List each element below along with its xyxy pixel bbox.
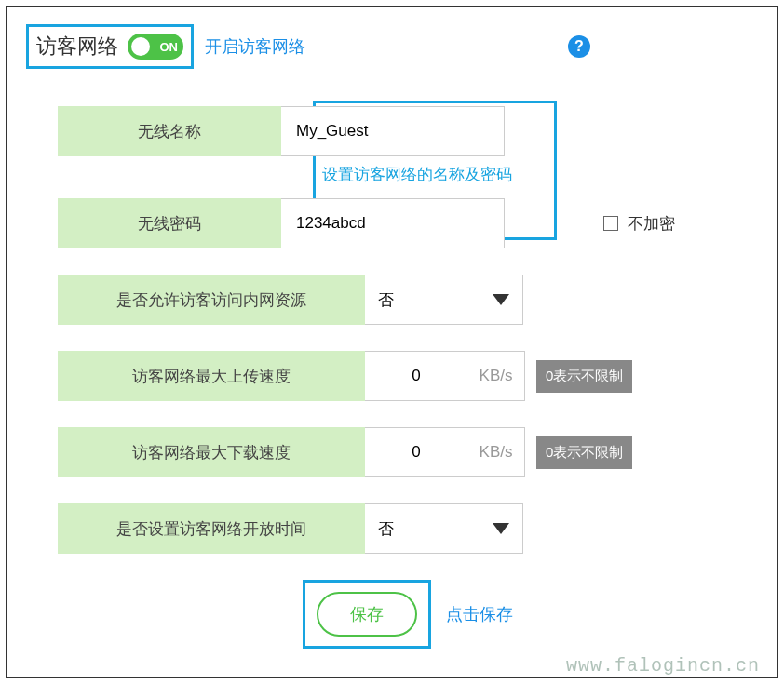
allow-intranet-label: 是否允许访客访问内网资源 (58, 275, 365, 325)
max-download-input[interactable] (365, 427, 467, 477)
ssid-label: 无线名称 (58, 106, 281, 156)
max-upload-input[interactable] (365, 351, 467, 401)
max-upload-label: 访客网络最大上传速度 (58, 351, 365, 401)
help-icon[interactable]: ? (568, 35, 590, 58)
no-encrypt-checkbox[interactable]: 不加密 (603, 213, 675, 235)
allow-intranet-select[interactable]: 否 (365, 275, 523, 325)
name-password-hint: 设置访客网络的名称及密码 (58, 151, 758, 198)
title-toggle-highlight: 访客网络 ON (26, 24, 194, 69)
max-upload-unit: KB/s (467, 351, 525, 401)
password-label: 无线密码 (58, 198, 281, 248)
schedule-select[interactable]: 否 (365, 503, 523, 554)
chevron-down-icon (493, 294, 509, 305)
save-highlight: 保存 (303, 580, 431, 649)
ssid-input[interactable] (281, 106, 505, 156)
max-download-label: 访客网络最大下载速度 (58, 427, 365, 477)
password-input[interactable] (281, 198, 505, 248)
schedule-label: 是否设置访客网络开放时间 (58, 503, 365, 554)
chevron-down-icon (493, 523, 509, 534)
max-download-unit: KB/s (467, 427, 525, 477)
guest-network-toggle[interactable]: ON (128, 34, 183, 60)
page-title: 访客网络 (36, 33, 118, 60)
toggle-hint: 开启访客网络 (205, 35, 305, 58)
max-download-hint: 0表示不限制 (536, 436, 632, 469)
save-button[interactable]: 保存 (317, 592, 417, 637)
save-hint: 点击保存 (446, 603, 513, 625)
max-upload-hint: 0表示不限制 (536, 360, 632, 393)
no-encrypt-label: 不加密 (628, 213, 675, 235)
toggle-state-label: ON (160, 40, 179, 54)
